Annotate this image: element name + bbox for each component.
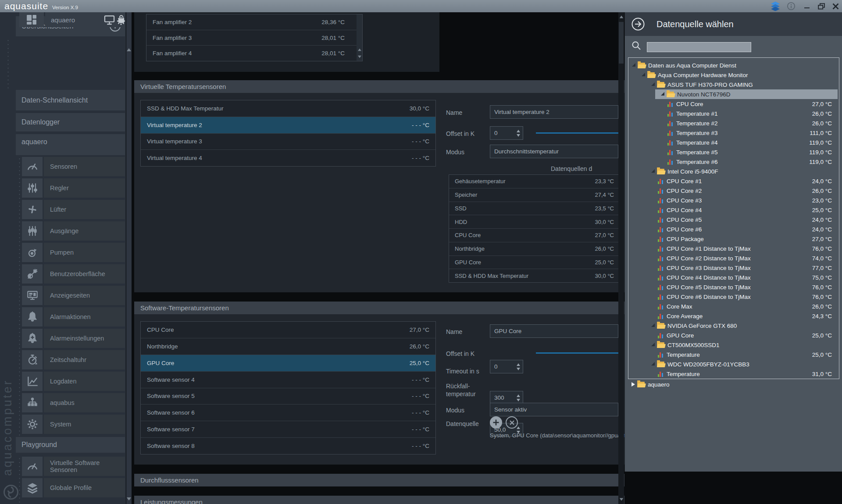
sidebar-item-system[interactable]: System: [22, 415, 125, 434]
expander-icon[interactable]: [651, 362, 655, 366]
sidebar-item-anzeigeseiten[interactable]: Anzeigeseiten: [22, 286, 125, 305]
tree-item[interactable]: CPU Core #3 23,0 °C: [628, 195, 839, 205]
stepper-down-icon[interactable]: [517, 134, 520, 137]
scroll-down-icon[interactable]: [358, 56, 361, 58]
sidebar-item-aquabus[interactable]: aquabus: [22, 393, 125, 412]
tree-item[interactable]: Temperature 31,0 °C: [628, 369, 839, 379]
sidebar-item-logdaten[interactable]: Logdaten: [22, 372, 125, 391]
tree-item-aquaero[interactable]: aquaero: [628, 380, 839, 389]
tree-item[interactable]: Temperature 25,0 °C: [628, 350, 839, 359]
tree-item[interactable]: Temperature #4 119,0 °C: [628, 138, 839, 147]
stepper-up-icon[interactable]: [517, 426, 520, 429]
tree-item[interactable]: CPU Core #2 26,0 °C: [628, 186, 839, 195]
expander-icon[interactable]: [651, 343, 655, 346]
sidebar-item-regler[interactable]: Regler: [22, 178, 125, 198]
tree-item[interactable]: CPU Core #4 25,0 °C: [628, 205, 839, 215]
list-row[interactable]: GPU Core 25,0 °C: [141, 355, 435, 372]
tree-item[interactable]: ASUS TUF H370-PRO GAMING: [628, 80, 839, 89]
layers-icon[interactable]: [769, 0, 782, 12]
stepper-down-icon[interactable]: [517, 368, 520, 370]
sidebar-item-virtuelle-software-sensoren[interactable]: Virtuelle Software Sensoren: [22, 457, 125, 476]
software-modus-dropdown[interactable]: Sensor aktiv: [490, 403, 618, 416]
list-row[interactable]: Software sensor 6 - - - °C: [141, 405, 435, 421]
list-row[interactable]: Virtual temperature 2 - - - °C: [141, 117, 435, 134]
page-settings-gear-icon[interactable]: [116, 16, 126, 26]
list-row[interactable]: Fan amplifier 2 28,36 °C: [146, 14, 362, 30]
expander-icon[interactable]: [651, 323, 655, 327]
tree-item[interactable]: CPU Core #5 Distance to TjMax 76,0 °C: [628, 282, 839, 292]
expander-icon[interactable]: [661, 92, 664, 96]
tree-item[interactable]: CPU Core #2 Distance to TjMax 74,0 °C: [628, 253, 839, 263]
list-row[interactable]: CPU Core 27,0 °C: [141, 322, 435, 338]
arrow-right-circle-icon[interactable]: [631, 17, 645, 31]
expander-icon[interactable]: [651, 169, 655, 173]
monitor-icon[interactable]: [103, 14, 115, 25]
tree-item[interactable]: GPU Core 25,0 °C: [628, 330, 839, 340]
list-row[interactable]: SSD 23,5 °C: [449, 202, 620, 216]
tree-item[interactable]: Temperature #6 119,0 °C: [628, 157, 839, 167]
virtual-offset-stepper[interactable]: 0: [490, 126, 523, 140]
sidebar-item-datenlogger[interactable]: Datenlogger: [16, 113, 125, 131]
sidebar-section-playground[interactable]: Playground: [16, 437, 125, 453]
list-row[interactable]: Northbridge 26,0 °C: [141, 338, 435, 355]
offset-slider[interactable]: [536, 352, 620, 354]
list-row[interactable]: Speicher 27,4 °C: [449, 188, 620, 202]
scroll-down-icon[interactable]: [619, 498, 623, 501]
tree-item[interactable]: Temperature #1 26,0 °C: [628, 109, 839, 118]
tree-item[interactable]: Intel Core i5-9400F: [628, 167, 839, 176]
tree-item[interactable]: Aqua Computer Hardware Monitor: [628, 70, 839, 80]
tree-item[interactable]: CPU Package 27,0 °C: [628, 234, 839, 244]
sidebar-item-ausgaenge[interactable]: Ausgänge: [22, 221, 125, 241]
list-row[interactable]: Northbridge 26,0 °C: [449, 242, 620, 256]
stepper-up-icon[interactable]: [517, 394, 520, 397]
sidebar-item-globale-profile[interactable]: Globale Profile: [22, 478, 125, 497]
tree-item[interactable]: NVIDIA GeForce GTX 680: [628, 321, 839, 330]
scroll-down-icon[interactable]: [127, 497, 131, 500]
list-row[interactable]: Software sensor 7 - - - °C: [141, 421, 435, 438]
tree-item[interactable]: CPU Core #6 Distance to TjMax 76,0 °C: [628, 292, 839, 302]
main-scrollbar[interactable]: [618, 12, 624, 504]
stepper-up-icon[interactable]: [517, 130, 520, 132]
sidebar-scrollbar[interactable]: [126, 12, 132, 504]
sidebar-item-zeitschaltuhr[interactable]: Zeitschaltuhr: [22, 350, 125, 369]
virtual-modus-dropdown[interactable]: Durchschnittstemperatur: [490, 145, 618, 158]
stepper-down-icon[interactable]: [517, 399, 520, 401]
tree-item[interactable]: CPU Core #5 24,0 °C: [628, 215, 839, 224]
sidebar-item-daten-schnellansicht[interactable]: Daten-Schnellansicht: [16, 90, 125, 110]
list-row[interactable]: CPU Core 27,0 °C: [449, 229, 620, 242]
sidebar-item-pumpen[interactable]: Pumpen: [22, 243, 125, 262]
scroll-up-icon[interactable]: [127, 48, 131, 51]
offset-slider[interactable]: [536, 132, 620, 134]
sidebar-item-luefter[interactable]: Lüfter: [22, 200, 125, 219]
tree-item[interactable]: Core Average 24,3 °C: [628, 311, 839, 321]
tree-item[interactable]: Daten aus Aqua Computer Dienst: [628, 60, 839, 70]
fan-list-scrollbar[interactable]: [357, 14, 362, 61]
tree-item[interactable]: Nuvoton NCT6796D: [628, 89, 839, 99]
list-row[interactable]: HDD 30,0 °C: [449, 215, 620, 229]
tree-item[interactable]: WDC WD2005FBYZ-01YCBB3: [628, 359, 839, 369]
sidebar-section-aquaero[interactable]: aquaero: [16, 134, 125, 155]
close-button[interactable]: [829, 0, 842, 12]
software-name-input[interactable]: [490, 324, 618, 338]
tree-item[interactable]: CPU Core #3 Distance to TjMax 77,0 °C: [628, 263, 839, 273]
tree-item[interactable]: CPU Core #6 24,0 °C: [628, 224, 839, 234]
info-icon[interactable]: [785, 0, 797, 12]
list-row[interactable]: Software sensor 5 - - - °C: [141, 388, 435, 405]
sidebar-item-alarmeinstellungen[interactable]: Alarmeinstellungen: [22, 329, 125, 348]
list-row[interactable]: Gehäusetemperatur 23,3 °C: [449, 175, 620, 188]
search-input[interactable]: [647, 42, 751, 52]
list-row[interactable]: Virtual temperature 4 - - - °C: [141, 150, 435, 166]
tree-item[interactable]: CPU Core #4 Distance to TjMax 75,0 °C: [628, 273, 839, 282]
list-row[interactable]: Fan amplifier 4 28,01 °C: [146, 46, 362, 61]
sidebar-item-benutzeroberflaeche[interactable]: Benutzeroberfläche: [22, 264, 125, 284]
tree-item[interactable]: CPU Core #1 24,0 °C: [628, 176, 839, 186]
tree-item[interactable]: CT500MX500SSD1: [628, 340, 839, 350]
list-row[interactable]: SSD & HDD Max Temperatur 30,0 °C: [449, 269, 620, 282]
list-row[interactable]: GPU Core 25,0 °C: [449, 256, 620, 270]
tree-item[interactable]: Temperature #5 119,0 °C: [628, 147, 839, 157]
tree-item[interactable]: Temperature #2 26,0 °C: [628, 118, 839, 128]
scroll-up-icon[interactable]: [619, 16, 623, 18]
list-row[interactable]: Virtual temperature 3 - - - °C: [141, 134, 435, 150]
expander-icon[interactable]: [642, 73, 645, 76]
tree-item[interactable]: Core Max 26,0 °C: [628, 302, 839, 311]
